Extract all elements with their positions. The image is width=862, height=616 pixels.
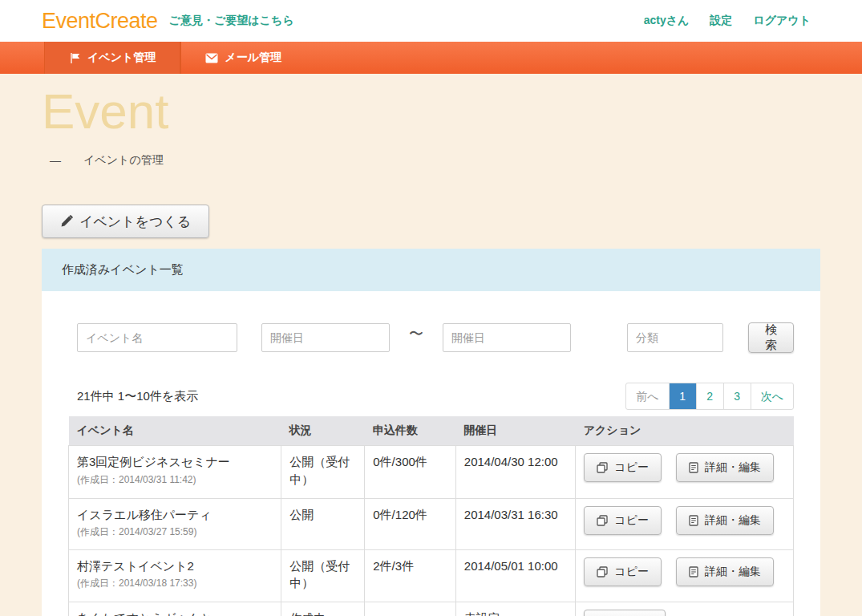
main-nav: イベント管理 メール管理	[0, 42, 862, 74]
search-button-label: 検索	[761, 322, 781, 353]
settings-link[interactable]: 設定	[710, 14, 732, 28]
page-subtitle: ― イベントの管理	[50, 153, 862, 168]
event-date: 2014/04/30 12:00	[455, 446, 575, 499]
event-table-body: 第3回定例ビジネスセミナー (作成日：2014/03/31 11:42) 公開（…	[69, 446, 794, 616]
copy-button[interactable]: コピー	[584, 453, 662, 482]
edit-button[interactable]: 詳細・編集	[676, 453, 774, 482]
date-range-tilde: 〜	[409, 324, 423, 343]
event-created-date: (作成日：2014/03/31 11:42)	[77, 473, 273, 487]
event-created-date: (作成日：2014/03/18 17:33)	[77, 577, 273, 590]
event-status: 公開	[281, 498, 365, 549]
search-form: 〜 検索	[77, 322, 794, 353]
tab-mail-management[interactable]: メール管理	[180, 42, 306, 74]
tab-label: メール管理	[225, 51, 281, 65]
copy-button[interactable]: コピー	[584, 557, 662, 586]
event-name: あくたてすとえヴぇんと	[77, 610, 273, 616]
event-applications: -	[365, 602, 456, 616]
resume-button[interactable]: 作成を再開	[584, 610, 666, 616]
document-icon	[689, 566, 698, 578]
copy-button[interactable]: コピー	[584, 506, 662, 535]
edit-button[interactable]: 詳細・編集	[676, 506, 774, 535]
category-input[interactable]	[627, 323, 723, 352]
create-event-label: イベントをつくる	[79, 213, 191, 231]
event-applications: 0件/120件	[365, 498, 456, 549]
event-applications: 0件/300件	[365, 446, 456, 499]
search-button[interactable]: 検索	[748, 322, 794, 353]
table-row: 第3回定例ビジネスセミナー (作成日：2014/03/31 11:42) 公開（…	[69, 446, 794, 499]
tab-label: イベント管理	[87, 51, 156, 65]
pagination-page-2[interactable]: 2	[696, 383, 723, 409]
panel-body: 〜 検索 21件中 1〜10件を表示 前へ 1 2 3 次へ	[42, 291, 820, 616]
pagination-page-3[interactable]: 3	[723, 383, 751, 409]
edit-button[interactable]: 詳細・編集	[676, 557, 774, 586]
document-icon	[689, 515, 698, 526]
copy-icon	[597, 515, 608, 526]
event-status: 公開（受付中）	[281, 549, 365, 602]
pagination: 前へ 1 2 3 次へ	[625, 383, 794, 410]
event-status: 作成中	[281, 602, 365, 616]
event-table-header: イベント名 状況 申込件数 開催日 アクション	[69, 416, 794, 446]
pagination-page-1[interactable]: 1	[669, 383, 696, 409]
event-created-date: (作成日：2014/03/27 15:59)	[77, 525, 273, 539]
app-logo: EventCreate	[42, 9, 158, 34]
pencil-icon	[60, 215, 73, 228]
event-date: 2014/05/01 10:00	[455, 549, 575, 602]
panel-title: 作成済みイベント一覧	[42, 249, 820, 291]
result-count: 21件中 1〜10件を表示	[77, 389, 198, 404]
event-name: 村澤テストイベント2	[77, 557, 273, 575]
subtitle-text: イベントの管理	[83, 153, 164, 168]
edit-button-label: 詳細・編集	[705, 513, 761, 528]
top-header-right: actyさん 設定 ログアウト	[644, 14, 811, 28]
create-event-button[interactable]: イベントをつくる	[42, 205, 209, 238]
event-status: 公開（受付中）	[281, 446, 365, 499]
copy-icon	[597, 462, 608, 473]
event-name: 第3回定例ビジネスセミナー	[77, 453, 273, 471]
copy-button-label: コピー	[614, 460, 649, 475]
event-applications: 2件/3件	[365, 549, 456, 602]
copy-icon	[597, 566, 608, 578]
event-name: イスラエル移住パーティ	[77, 506, 273, 524]
document-icon	[689, 462, 698, 473]
table-row: 村澤テストイベント2 (作成日：2014/03/18 17:33) 公開（受付中…	[69, 549, 794, 602]
list-meta-row: 21件中 1〜10件を表示 前へ 1 2 3 次へ	[68, 383, 794, 410]
mail-icon	[205, 53, 218, 63]
copy-button-label: コピー	[614, 513, 649, 528]
pagination-prev[interactable]: 前へ	[626, 383, 668, 409]
pagination-next[interactable]: 次へ	[751, 383, 793, 409]
col-header-actions: アクション	[576, 416, 794, 446]
tab-event-management[interactable]: イベント管理	[44, 42, 180, 74]
user-name-link[interactable]: actyさん	[644, 14, 690, 28]
event-list-panel: 作成済みイベント一覧 〜 検索 21件中 1〜10件を表示 前へ 1 2 3 次…	[42, 249, 820, 616]
event-table: イベント名 状況 申込件数 開催日 アクション 第3回定例ビジネスセミナー (作…	[68, 416, 794, 616]
top-header: EventCreate ご意見・ご要望はこちら actyさん 設定 ログアウト	[0, 0, 862, 42]
edit-button-label: 詳細・編集	[705, 565, 761, 579]
event-date: 未設定	[455, 602, 575, 616]
logout-link[interactable]: ログアウト	[753, 14, 811, 28]
col-header-event-name: イベント名	[69, 416, 281, 446]
flag-icon	[69, 52, 81, 64]
table-row: イスラエル移住パーティ (作成日：2014/03/27 15:59) 公開 0件…	[69, 498, 794, 549]
col-header-date: 開催日	[455, 416, 575, 446]
table-row: あくたてすとえヴぇんと 作成中 - 未設定 作成を再開	[69, 602, 794, 616]
event-name-input[interactable]	[77, 323, 237, 352]
subtitle-dash: ―	[50, 154, 61, 167]
date-from-input[interactable]	[261, 323, 390, 352]
edit-button-label: 詳細・編集	[705, 460, 761, 475]
page-title: Event	[42, 85, 862, 137]
feedback-link[interactable]: ご意見・ご要望はこちら	[169, 14, 294, 28]
copy-button-label: コピー	[614, 565, 649, 579]
col-header-applications: 申込件数	[365, 416, 456, 446]
event-date: 2014/03/31 16:30	[455, 498, 575, 549]
col-header-status: 状況	[281, 416, 365, 446]
date-to-input[interactable]	[443, 323, 571, 352]
